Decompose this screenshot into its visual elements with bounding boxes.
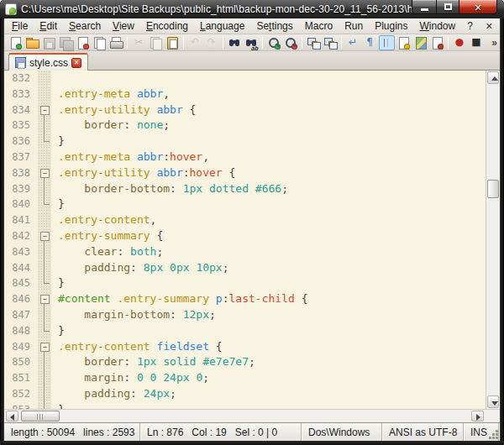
sync-vertical-scroll-icon[interactable]: [306, 35, 322, 50]
code-line: 835 border: none;: [4, 118, 486, 134]
client-area: FileEditSearchViewEncodingLanguageSettin…: [3, 18, 501, 441]
code-line: 848}: [4, 323, 486, 339]
scroll-left-arrow-icon[interactable]: [6, 411, 18, 421]
toolbar: ✂↶↷ab↵¶●■»: [4, 34, 500, 51]
doc-switcher-icon[interactable]: [429, 35, 445, 50]
replace-icon[interactable]: ab: [244, 35, 260, 50]
fold-margin: [38, 275, 51, 291]
code-text: .entry-utility abbr:hover {: [51, 165, 235, 181]
fold-margin: [38, 212, 51, 228]
menu-edit[interactable]: Edit: [34, 18, 63, 34]
menu-bar: FileEditSearchViewEncodingLanguageSettin…: [4, 18, 500, 34]
code-text: .entry-meta abbr:hover,: [51, 149, 209, 165]
stop-macro-icon[interactable]: ■: [469, 35, 485, 50]
menu-macro[interactable]: Macro: [299, 18, 339, 34]
code-line: 840}: [4, 196, 486, 212]
menu-view[interactable]: View: [107, 18, 140, 34]
code-text: .entry-content,: [51, 212, 156, 228]
open-file-icon[interactable]: [24, 35, 40, 50]
code-text: }: [51, 402, 65, 409]
word-wrap-icon[interactable]: ↵: [345, 35, 361, 50]
menu-file[interactable]: File: [6, 18, 34, 34]
menu-window[interactable]: Window: [414, 18, 462, 34]
code-line: 853}: [4, 402, 486, 409]
find-icon[interactable]: [227, 35, 243, 50]
menubar-close-icon[interactable]: [486, 21, 493, 32]
function-list-icon[interactable]: [396, 35, 412, 50]
maximize-button[interactable]: [436, 0, 459, 14]
horizontal-scrollbar[interactable]: [4, 410, 486, 422]
fold-margin: [38, 181, 51, 197]
menu-plugins[interactable]: Plugins: [369, 18, 413, 34]
undo-icon[interactable]: ↶: [187, 35, 203, 50]
cut-icon[interactable]: ✂: [131, 35, 147, 50]
code-text: .entry-summary {: [51, 228, 163, 244]
document-map-icon[interactable]: [412, 35, 428, 50]
menu-language[interactable]: Language: [194, 18, 250, 34]
menu-search[interactable]: Search: [63, 18, 107, 34]
scroll-right-arrow-icon[interactable]: [471, 411, 484, 421]
fold-margin: [38, 71, 51, 86]
code-text: border: 1px solid #e7e7e7;: [51, 354, 255, 370]
horizontal-scroll-thumb[interactable]: [21, 411, 60, 421]
notepad-plus-plus-icon: [5, 3, 17, 15]
menu-encoding[interactable]: Encoding: [140, 18, 194, 34]
zoom-in-icon[interactable]: [266, 35, 282, 50]
code-text: [51, 71, 58, 86]
fold-collapse-icon[interactable]: [38, 102, 51, 118]
vertical-scrollbar[interactable]: [486, 71, 500, 409]
window-title: C:\Users\me\Desktop\Site Backups\public_…: [21, 3, 424, 15]
line-number: 839: [4, 181, 38, 197]
copy-icon[interactable]: [148, 35, 164, 50]
title-bar[interactable]: C:\Users\me\Desktop\Site Backups\public_…: [0, 0, 504, 18]
line-number: 832: [4, 71, 38, 86]
code-lines: 832833.entry-meta abbr,834.entry-utility…: [4, 71, 486, 409]
close-file-icon[interactable]: [75, 35, 91, 50]
code-text: }: [51, 196, 65, 212]
sync-horizontal-scroll-icon[interactable]: [323, 35, 339, 50]
save-all-icon[interactable]: [58, 35, 74, 50]
menu-help[interactable]: ?: [461, 18, 479, 34]
code-line: 839 border-bottom: 1px dotted #666;: [4, 181, 486, 197]
scroll-down-arrow-icon[interactable]: [487, 395, 499, 408]
paste-icon[interactable]: [165, 35, 181, 50]
scroll-up-arrow-icon[interactable]: [487, 71, 499, 84]
minimize-button[interactable]: [412, 0, 436, 14]
fold-collapse-icon[interactable]: [38, 339, 51, 355]
toolbar-separator: [302, 37, 302, 49]
status-insert-mode: INS: [464, 423, 499, 441]
window-controls: [412, 0, 497, 14]
editor[interactable]: 832833.entry-meta abbr,834.entry-utility…: [4, 71, 500, 409]
fold-collapse-icon[interactable]: [38, 165, 51, 181]
line-number: 851: [4, 370, 38, 386]
toolbar-separator: [448, 37, 449, 49]
fold-collapse-icon[interactable]: [38, 291, 51, 307]
line-number: 835: [4, 118, 38, 134]
fold-margin: [38, 386, 51, 402]
line-number: 850: [4, 354, 38, 370]
new-file-icon[interactable]: [8, 35, 24, 50]
tab-style-css[interactable]: style.css: [8, 53, 88, 71]
fold-margin: [38, 323, 51, 339]
menu-settings[interactable]: Settings: [250, 18, 298, 34]
toolbar-overflow-icon[interactable]: »: [491, 37, 497, 49]
redo-icon[interactable]: ↷: [204, 35, 220, 50]
show-indent-guide-icon[interactable]: [379, 35, 395, 50]
show-all-characters-icon[interactable]: ¶: [362, 35, 378, 50]
fold-margin: [38, 118, 51, 134]
record-macro-icon[interactable]: ●: [452, 35, 468, 50]
tab-close-icon[interactable]: [71, 58, 81, 68]
line-number: 840: [4, 196, 38, 212]
save-file-icon[interactable]: [41, 35, 57, 50]
print-icon[interactable]: [108, 35, 124, 50]
code-text: #content .entry-summary p:last-child {: [51, 291, 307, 307]
fold-margin: [38, 370, 51, 386]
close-all-icon[interactable]: [92, 35, 108, 50]
resize-grip[interactable]: [499, 423, 500, 441]
zoom-out-icon[interactable]: [283, 35, 299, 50]
vertical-scroll-thumb[interactable]: [487, 180, 499, 198]
menu-run[interactable]: Run: [339, 18, 369, 34]
close-button[interactable]: [459, 0, 497, 14]
fold-collapse-icon[interactable]: [38, 228, 51, 244]
minimize-icon: [421, 8, 428, 11]
